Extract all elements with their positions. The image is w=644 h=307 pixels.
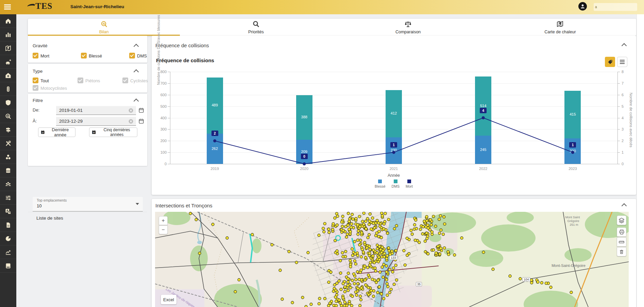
tab-comparaison[interactable]: Comparaison bbox=[332, 19, 484, 36]
collapse-chevron-icon[interactable] bbox=[134, 44, 139, 49]
ruler-icon bbox=[618, 239, 625, 245]
sidebar-item-home-plus[interactable] bbox=[0, 69, 16, 82]
sidebar-item-safety[interactable] bbox=[0, 96, 16, 109]
excel-export-button[interactable]: Excel bbox=[161, 295, 176, 304]
checkbox-label-dms: DMS bbox=[137, 53, 147, 58]
y-axis-tick-left: 500 bbox=[152, 104, 167, 108]
y-axis-tick-right: 7 bbox=[622, 81, 624, 85]
y-axis-tick-left: 400 bbox=[152, 116, 167, 120]
road-number-badge: 133 bbox=[389, 256, 397, 260]
shield-icon bbox=[5, 99, 12, 106]
sidebar-item-trends[interactable] bbox=[0, 245, 16, 259]
map-layers-button[interactable] bbox=[617, 216, 626, 225]
calendar-icon[interactable] bbox=[138, 107, 144, 115]
legend-label: Blessé bbox=[375, 184, 386, 188]
legend-label: DMS bbox=[392, 184, 400, 188]
map-measure-button[interactable] bbox=[617, 237, 626, 246]
y-axis-title-left: Nombre de collisions DMS/avec blessures bbox=[156, 15, 160, 85]
tag-icon bbox=[607, 59, 613, 65]
panel-collapse-chevron-icon[interactable] bbox=[622, 203, 627, 209]
top-locations-select[interactable]: Top emplacements 10 bbox=[33, 197, 143, 211]
sidebar-item-analysis[interactable] bbox=[0, 109, 16, 123]
chart-menu-button[interactable] bbox=[617, 57, 627, 67]
tick-mark bbox=[168, 129, 170, 130]
tick-mark bbox=[168, 118, 170, 118]
sidebar-item-home[interactable] bbox=[0, 14, 16, 28]
legend-label: Mort bbox=[406, 184, 413, 188]
legend-item-dms[interactable]: DMS bbox=[392, 180, 400, 188]
date-from-input[interactable] bbox=[56, 106, 136, 115]
checkbox-blessé[interactable] bbox=[81, 53, 87, 58]
calendar-icon[interactable] bbox=[138, 118, 144, 125]
calendar-1y-icon: 1Y bbox=[40, 130, 45, 135]
sliders-icon bbox=[5, 194, 12, 201]
sidebar-item-signs[interactable] bbox=[0, 123, 16, 137]
filter-section-gravite: Gravité MortBlesséDMS bbox=[28, 36, 147, 63]
sidebar-item-traffic[interactable] bbox=[0, 82, 16, 96]
map-print-button[interactable] bbox=[617, 227, 626, 237]
legend-item-blessé[interactable]: Blessé bbox=[375, 180, 386, 188]
sidebar-item-translate[interactable] bbox=[0, 205, 16, 218]
checkbox-mort[interactable] bbox=[33, 53, 38, 58]
y-axis-tick-right: 6 bbox=[622, 93, 624, 97]
sidebar-item-gauge[interactable] bbox=[0, 232, 16, 245]
filter-section-filtre: Filtre De: À: 1Y Dernière année 5Y Cinq … bbox=[28, 94, 147, 166]
sites-list-item[interactable]: Liste de sites bbox=[28, 212, 147, 224]
sidebar-item-manual[interactable] bbox=[0, 259, 16, 273]
chevron-down-icon bbox=[136, 203, 139, 205]
section-title-gravite: Gravité bbox=[33, 43, 48, 48]
page-scrollbar[interactable] bbox=[637, 14, 644, 307]
clear-date-icon[interactable] bbox=[128, 108, 134, 115]
y-axis-tick-right: 5 bbox=[622, 104, 624, 108]
tick-mark bbox=[168, 83, 170, 84]
last-year-button[interactable]: 1Y Dernière année bbox=[38, 127, 75, 137]
tab-carte-de-chaleur[interactable]: Carte de chaleur bbox=[484, 19, 636, 36]
sidebar-item-collisions[interactable] bbox=[0, 55, 16, 69]
sidebar-item-documents[interactable] bbox=[0, 218, 16, 232]
menu-icon bbox=[620, 59, 625, 64]
sidebar-item-cluster[interactable] bbox=[0, 150, 16, 164]
chart-search-icon bbox=[100, 20, 108, 29]
collision-map[interactable]: Mont-Saint-GrégoireMont SaintGrégoire251… bbox=[155, 212, 629, 307]
tab-priorités[interactable]: Priorités bbox=[180, 19, 332, 36]
document-icon bbox=[5, 222, 12, 228]
x-axis-tick: 2020 bbox=[294, 167, 315, 171]
five-years-button[interactable]: 5Y Cinq dernières années bbox=[89, 127, 137, 137]
five-years-label: Cinq dernières années bbox=[99, 127, 135, 137]
top-locations-label: Top emplacements bbox=[37, 198, 67, 202]
clear-date-icon[interactable] bbox=[128, 119, 134, 125]
checkbox-tout[interactable] bbox=[33, 78, 38, 83]
main-tab-bar: Bilan Priorités Comparaison Carte de cha… bbox=[28, 19, 636, 36]
user-name-field[interactable]: a bbox=[594, 3, 637, 11]
sidebar-item-stats[interactable] bbox=[0, 28, 16, 41]
collapse-chevron-icon[interactable] bbox=[134, 69, 139, 75]
hamburger-menu-icon[interactable] bbox=[4, 4, 11, 10]
chart-legend: BlesséDMSMort bbox=[170, 180, 617, 188]
sidebar-item-settings[interactable] bbox=[0, 191, 16, 205]
map-clear-button[interactable] bbox=[617, 247, 626, 256]
legend-item-mort[interactable]: Mort bbox=[406, 180, 413, 188]
toggle-labels-button[interactable] bbox=[605, 57, 615, 67]
sidebar-item-map[interactable] bbox=[0, 41, 16, 55]
mort-line-series bbox=[170, 72, 617, 166]
tick-mark bbox=[617, 95, 620, 95]
section-title-filtre: Filtre bbox=[33, 98, 43, 103]
user-avatar[interactable] bbox=[578, 2, 587, 11]
sidebar-item-database[interactable] bbox=[0, 164, 16, 177]
collapse-chevron-icon[interactable] bbox=[134, 99, 139, 104]
map-zoom-in-button[interactable]: + bbox=[159, 216, 168, 225]
checkbox-label-mort: Mort bbox=[40, 53, 49, 58]
checkbox-dms[interactable] bbox=[129, 53, 135, 58]
date-to-input[interactable] bbox=[56, 117, 136, 126]
tick-mark bbox=[168, 164, 170, 164]
y-axis-title-right: Nombre de collisions avec décès bbox=[629, 92, 633, 147]
checkbox-motocyclistes bbox=[33, 85, 38, 91]
y-axis-right bbox=[617, 72, 618, 164]
panel-collapse-chevron-icon[interactable] bbox=[622, 43, 627, 49]
cluster-icon bbox=[5, 154, 12, 160]
sidebar-item-users[interactable] bbox=[0, 177, 16, 191]
map-zoom-out-button[interactable]: − bbox=[159, 225, 168, 234]
tes-logo: TES bbox=[27, 1, 52, 11]
checkbox-label-blessé: Blessé bbox=[89, 53, 102, 58]
sidebar-item-tools[interactable] bbox=[0, 137, 16, 150]
